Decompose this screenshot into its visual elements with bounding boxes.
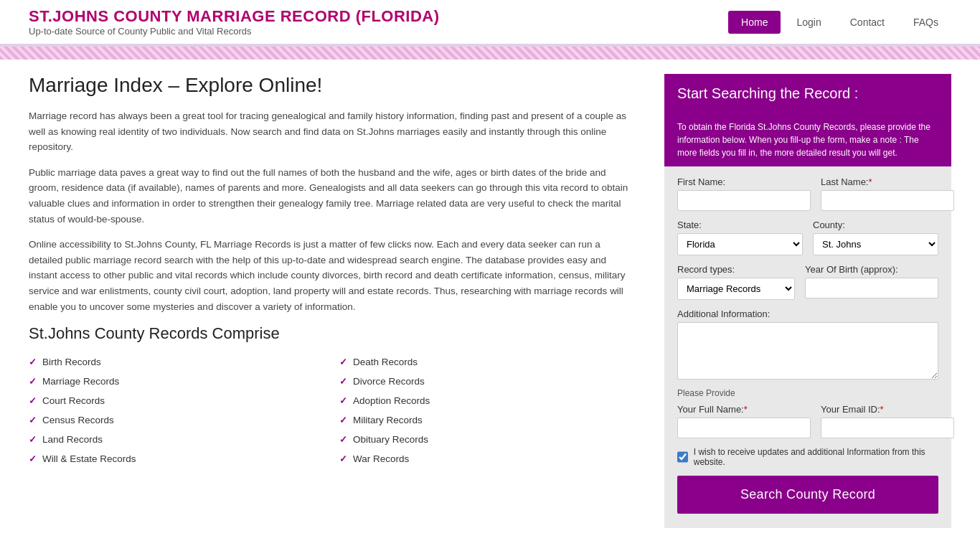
county-label: County: [813,220,938,230]
additional-info-textarea[interactable] [677,322,938,380]
record-label: Census Records [42,415,114,425]
name-row: First Name: Last Name:* [677,176,938,211]
list-item: ✓ Divorce Records [339,374,636,389]
decorative-strip [0,47,980,60]
list-item: ✓ Land Records [29,432,325,447]
additional-info-group: Additional Information: [677,309,938,380]
record-label: Obituary Records [353,434,428,445]
first-name-label: First Name: [677,176,811,187]
last-name-group: Last Name:* [821,176,954,211]
record-label: Marriage Records [42,376,119,387]
list-item: ✓ Court Records [29,393,325,408]
check-icon: ✓ [339,376,347,387]
navigation: Home Login Contact FAQs [728,11,951,34]
additional-info-label: Additional Information: [677,309,938,319]
list-item: ✓ Birth Records [29,354,325,369]
main-wrapper: Marriage Index – Explore Online! Marriag… [0,60,980,542]
search-county-record-button[interactable]: Search County Record [677,476,938,514]
record-label: War Records [353,453,409,464]
check-icon: ✓ [29,415,37,425]
last-name-input[interactable] [821,190,954,211]
email-group: Your Email ID:* [821,404,954,438]
paragraph-1: Marriage record has always been a great … [29,108,636,155]
record-type-label: Record types: [677,264,795,275]
panel-body: First Name: Last Name:* State: Florida [664,166,951,528]
panel-header: Start Searching the Record : [664,74,951,113]
list-item: ✓ Marriage Records [29,374,325,389]
list-item: ✓ Military Records [339,413,636,428]
nav-contact[interactable]: Contact [837,11,897,34]
list-item: ✓ Will & Estate Records [29,451,325,466]
list-item: ✓ Obituary Records [339,432,636,447]
required-marker: * [868,176,872,187]
user-info-row: Your Full Name:* Your Email ID:* [677,404,938,438]
record-label: Divorce Records [353,376,425,387]
check-icon: ✓ [339,434,347,445]
check-icon: ✓ [29,357,37,367]
content-left: Marriage Index – Explore Online! Marriag… [29,74,664,528]
please-provide-text: Please Provide [677,388,938,398]
record-label: Will & Estate Records [42,453,136,464]
year-of-birth-group: Year Of Birth (approx): [805,264,938,300]
state-group: State: Florida [677,220,803,255]
record-type-row: Record types: Marriage Records Birth Rec… [677,264,938,300]
nav-faqs[interactable]: FAQs [900,11,951,34]
last-name-label: Last Name:* [821,176,954,187]
nav-login[interactable]: Login [783,11,834,34]
check-icon: ✓ [339,395,347,406]
list-item: ✓ Death Records [339,354,636,369]
record-label: Military Records [353,415,423,425]
newsletter-label: I wish to receive updates and additional… [694,447,938,467]
first-name-input[interactable] [677,190,811,211]
full-name-label: Your Full Name:* [677,404,811,415]
list-item: ✓ Census Records [29,413,325,428]
full-name-input[interactable] [677,418,811,438]
list-item: ✓ War Records [339,451,636,466]
record-type-select[interactable]: Marriage Records Birth Records Death Rec… [677,278,795,300]
check-icon: ✓ [339,415,347,425]
record-label: Court Records [42,395,105,406]
check-icon: ✓ [339,357,347,367]
list-item: ✓ Adoption Records [339,393,636,408]
additional-info-row: Additional Information: [677,309,938,380]
check-icon: ✓ [29,395,37,406]
panel-intro: To obtain the Florida St.Johns County Re… [664,113,951,166]
check-icon: ✓ [339,453,347,464]
newsletter-checkbox[interactable] [677,451,688,463]
check-icon: ✓ [29,434,37,445]
newsletter-row: I wish to receive updates and additional… [677,447,938,467]
record-label: Death Records [353,357,418,367]
year-of-birth-label: Year Of Birth (approx): [805,264,938,275]
check-icon: ✓ [29,376,37,387]
site-subtitle: Up-to-date Source of County Public and V… [29,26,440,37]
county-group: County: St. Johns [813,220,938,255]
panel-title: Start Searching the Record : [677,85,858,101]
main-heading: Marriage Index – Explore Online! [29,74,636,97]
site-title: ST.JOHNS COUNTY MARRIAGE RECORD (FLORIDA… [29,7,440,26]
year-of-birth-input[interactable] [805,278,938,298]
paragraph-3: Online accessibility to St.Johns County,… [29,237,636,314]
required-marker: * [880,404,884,415]
records-grid: ✓ Birth Records ✓ Death Records ✓ Marria… [29,354,636,466]
record-label: Land Records [42,434,103,445]
brand: ST.JOHNS COUNTY MARRIAGE RECORD (FLORIDA… [29,7,440,37]
state-county-row: State: Florida County: St. Johns [677,220,938,255]
header: ST.JOHNS COUNTY MARRIAGE RECORD (FLORIDA… [0,0,980,47]
state-select[interactable]: Florida [677,233,803,255]
record-label: Birth Records [42,357,101,367]
county-select[interactable]: St. Johns [813,233,938,255]
state-label: State: [677,220,803,230]
record-label: Adoption Records [353,395,430,406]
first-name-group: First Name: [677,176,811,211]
records-heading: St.Johns County Records Comprise [29,324,636,343]
email-input[interactable] [821,418,954,438]
required-marker: * [744,404,748,415]
nav-home[interactable]: Home [728,11,781,34]
full-name-group: Your Full Name:* [677,404,811,438]
email-label: Your Email ID:* [821,404,954,415]
check-icon: ✓ [29,453,37,464]
search-panel: Start Searching the Record : To obtain t… [664,74,951,528]
record-type-group: Record types: Marriage Records Birth Rec… [677,264,795,300]
paragraph-2: Public marriage data paves a great way t… [29,165,636,227]
